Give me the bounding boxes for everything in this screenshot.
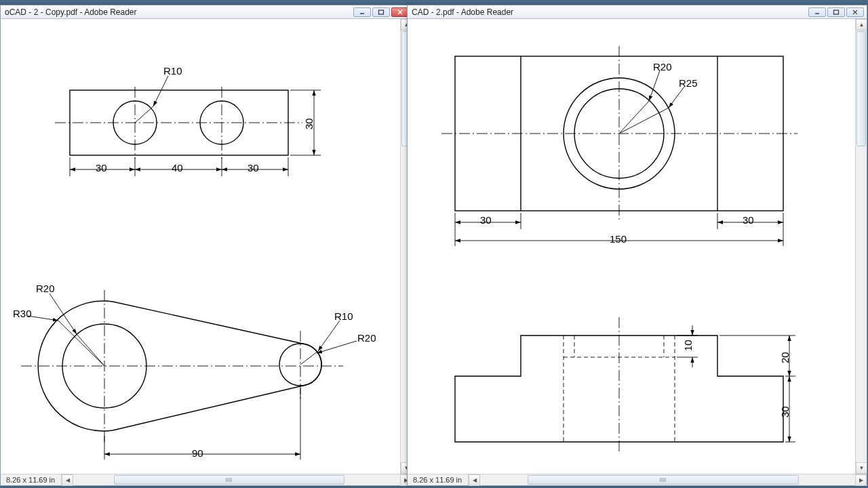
svg-line-32 bbox=[318, 321, 340, 351]
window-buttons bbox=[808, 7, 864, 17]
maximize-button[interactable] bbox=[827, 7, 845, 17]
hscroll-thumb[interactable] bbox=[114, 475, 344, 485]
dim-h30: 30 bbox=[303, 118, 315, 129]
hscroll-track[interactable] bbox=[73, 474, 400, 485]
svg-line-51 bbox=[669, 87, 684, 108]
dim-h10: 10 bbox=[682, 340, 694, 351]
svg-line-29 bbox=[58, 321, 104, 366]
svg-line-33 bbox=[317, 341, 357, 353]
vertical-scrollbar-right[interactable]: ▲ ▼ bbox=[855, 19, 867, 474]
svg-line-31 bbox=[300, 351, 318, 365]
vscroll-thumb[interactable] bbox=[856, 31, 866, 146]
page-size-label: 8.26 x 11.69 in bbox=[1, 474, 62, 485]
drawing-canvas-right[interactable]: R20 R25 30 30 150 10 20 30 bbox=[408, 19, 855, 474]
dim-30-2: 30 bbox=[248, 162, 259, 174]
dim-30l: 30 bbox=[480, 214, 492, 226]
svg-line-10 bbox=[135, 106, 153, 123]
horizontal-scrollbar-right[interactable]: ◀ ▶ bbox=[469, 474, 867, 485]
scroll-down-button[interactable]: ▼ bbox=[856, 462, 867, 474]
dim-90: 90 bbox=[192, 447, 203, 459]
statusbar-right: 8.26 x 11.69 in ◀ ▶ bbox=[408, 474, 867, 485]
dim-r10-b: R10 bbox=[334, 310, 353, 322]
scroll-left-button[interactable]: ◀ bbox=[62, 474, 73, 486]
svg-line-48 bbox=[619, 101, 649, 134]
dim-r30: R30 bbox=[13, 308, 32, 319]
dim-150: 150 bbox=[610, 233, 627, 245]
svg-line-11 bbox=[153, 76, 168, 106]
pdf-window-left: oCAD - 2 - Copy.pdf - Adobe Reader bbox=[0, 5, 412, 486]
scroll-left-button[interactable]: ◀ bbox=[469, 474, 480, 486]
dim-30r: 30 bbox=[743, 214, 754, 226]
dim-r20: R20 bbox=[653, 61, 672, 73]
statusbar-left: 8.26 x 11.69 in ◀ ▶ bbox=[1, 474, 412, 485]
svg-line-27 bbox=[77, 334, 104, 366]
svg-line-49 bbox=[649, 70, 660, 101]
svg-line-28 bbox=[50, 293, 77, 334]
svg-rect-38 bbox=[834, 10, 839, 14]
vscroll-track[interactable] bbox=[856, 30, 867, 462]
dim-30-1: 30 bbox=[96, 162, 107, 174]
titlebar-left[interactable]: oCAD - 2 - Copy.pdf - Adobe Reader bbox=[1, 5, 412, 19]
dim-r25: R25 bbox=[679, 77, 698, 89]
window-buttons bbox=[353, 7, 409, 17]
close-button[interactable] bbox=[846, 7, 864, 17]
horizontal-scrollbar-left[interactable]: ◀ ▶ bbox=[62, 474, 412, 485]
scroll-right-button[interactable]: ▶ bbox=[855, 474, 867, 486]
pdf-window-right: CAD - 2.pdf - Adobe Reader bbox=[407, 5, 867, 486]
minimize-button[interactable] bbox=[353, 7, 371, 17]
hscroll-track[interactable] bbox=[480, 474, 855, 485]
dim-h20: 20 bbox=[779, 352, 791, 363]
hscroll-thumb[interactable] bbox=[528, 475, 799, 485]
window-title: CAD - 2.pdf - Adobe Reader bbox=[412, 7, 808, 17]
content-area-right: R20 R25 30 30 150 10 20 30 ▲ ▼ bbox=[408, 19, 867, 474]
dim-h30: 30 bbox=[779, 406, 791, 418]
dim-r10-top: R10 bbox=[163, 65, 182, 77]
dim-r20-a: R20 bbox=[36, 283, 55, 294]
window-title: oCAD - 2 - Copy.pdf - Adobe Reader bbox=[5, 7, 353, 17]
dim-40: 40 bbox=[172, 162, 183, 174]
svg-line-30 bbox=[28, 316, 58, 321]
page-size-label: 8.26 x 11.69 in bbox=[408, 474, 469, 485]
svg-rect-1 bbox=[379, 10, 384, 14]
drawing-canvas-left[interactable]: R10 30 40 30 30 R20 R30 R10 R20 90 bbox=[1, 19, 400, 474]
dim-r20-b: R20 bbox=[357, 332, 376, 344]
scroll-up-button[interactable]: ▲ bbox=[856, 19, 867, 30]
svg-line-50 bbox=[619, 108, 669, 134]
content-area-left: R10 30 40 30 30 R20 R30 R10 R20 90 ▲ ▼ bbox=[1, 19, 412, 474]
minimize-button[interactable] bbox=[808, 7, 826, 17]
maximize-button[interactable] bbox=[372, 7, 390, 17]
titlebar-right[interactable]: CAD - 2.pdf - Adobe Reader bbox=[408, 5, 867, 19]
